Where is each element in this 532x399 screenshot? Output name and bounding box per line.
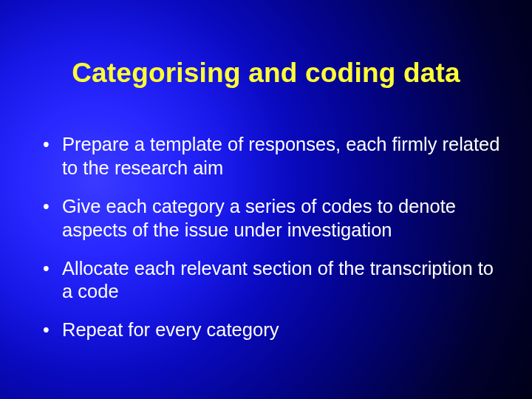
slide-title: Categorising and coding data — [0, 58, 532, 89]
list-item: Give each category a series of codes to … — [37, 195, 502, 242]
slide-body: Prepare a template of responses, each fi… — [37, 133, 502, 357]
bullet-list: Prepare a template of responses, each fi… — [37, 133, 502, 342]
list-item: Prepare a template of responses, each fi… — [37, 133, 502, 180]
slide: Categorising and coding data Prepare a t… — [0, 0, 532, 399]
list-item: Repeat for every category — [37, 318, 502, 342]
list-item: Allocate each relevant section of the tr… — [37, 257, 502, 304]
